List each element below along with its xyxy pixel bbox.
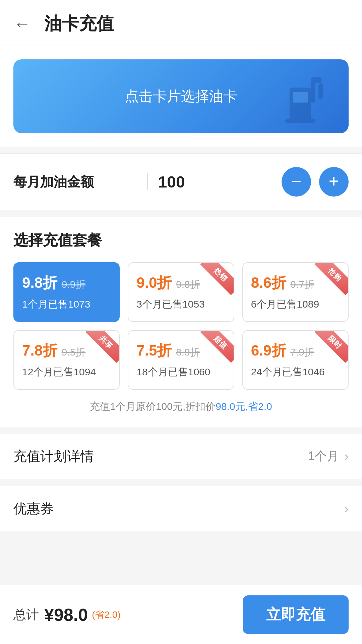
package-old-discount-4: 8.9折 <box>176 346 200 358</box>
minus-icon: − <box>291 172 301 190</box>
amount-controls: − + <box>282 167 349 197</box>
package-tag-label-5: 限时 <box>314 331 348 363</box>
package-tag-label-1: 热销 <box>200 263 234 295</box>
package-old-discount-2: 9.7折 <box>290 279 314 290</box>
package-card-1[interactable]: 热销 9.0折 9.8折 3个月已售1053 <box>128 262 234 322</box>
package-main-discount-3: 7.8折 <box>22 342 57 359</box>
package-sold-info-0: 1个月已售1073 <box>22 298 111 311</box>
package-tag-3: 共享 <box>85 331 119 364</box>
price-note-prefix: 充值1个月原价100元,折扣价 <box>90 401 216 412</box>
package-card-4[interactable]: 超值 7.5折 8.9折 18个月已售1060 <box>128 330 234 390</box>
fuel-pump-icon <box>285 71 328 126</box>
package-sold-info-1: 3个月已售1053 <box>136 298 225 311</box>
coupon-chevron-icon: › <box>344 501 349 516</box>
package-tag-label-4: 超值 <box>200 331 234 363</box>
package-card-3[interactable]: 共享 7.8折 9.5折 12个月已售1094 <box>13 330 120 390</box>
plan-detail-row[interactable]: 充值计划详情 1个月 › <box>0 434 362 479</box>
svg-rect-5 <box>285 119 315 123</box>
package-card-0[interactable]: 9.8折 9.9折 1个月已售1073 <box>13 262 120 322</box>
package-card-2[interactable]: 抢购 8.6折 9.7折 6个月已售1089 <box>242 262 349 322</box>
card-banner-text: 点击卡片选择油卡 <box>125 87 237 106</box>
package-tag-label-2: 抢购 <box>314 263 348 295</box>
amount-value: 100 <box>158 173 282 191</box>
package-main-discount-1: 9.0折 <box>136 274 172 291</box>
package-main-discount-0: 9.8折 <box>22 274 57 291</box>
plan-detail-value: 1个月 <box>308 448 339 465</box>
package-sold-info-5: 24个月已售1046 <box>251 365 340 379</box>
increase-button[interactable]: + <box>319 167 349 197</box>
package-discount-row-0: 9.8折 9.9折 <box>22 273 111 293</box>
svg-rect-1 <box>293 92 308 103</box>
amount-row: 每月加油金额 100 − + <box>0 153 362 210</box>
plan-detail-label: 充值计划详情 <box>13 447 308 466</box>
svg-rect-2 <box>311 81 315 103</box>
package-old-discount-5: 7.9折 <box>290 346 314 358</box>
package-tag-1: 热销 <box>200 263 234 297</box>
total-save: (省2.0) <box>92 608 121 621</box>
price-note: 充值1个月原价100元,折扣价98.0元,省2.0 <box>13 400 349 414</box>
package-main-discount-2: 8.6折 <box>251 274 286 291</box>
svg-rect-4 <box>318 83 323 99</box>
price-note-highlight: 98.0元,省2.0 <box>216 401 272 412</box>
package-section-title: 选择充值套餐 <box>13 230 349 250</box>
decrease-button[interactable]: − <box>282 167 311 197</box>
package-old-discount-0: 9.9折 <box>62 279 86 290</box>
package-sold-info-3: 12个月已售1094 <box>22 365 111 379</box>
chevron-right-icon: › <box>344 449 349 464</box>
package-section: 选择充值套餐 9.8折 9.9折 1个月已售1073 热销 9.0折 9.8折 … <box>0 217 362 427</box>
total-label: 总计 <box>13 606 39 623</box>
package-tag-2: 抢购 <box>314 263 348 297</box>
back-button[interactable]: ← <box>13 15 31 33</box>
page-title: 油卡充值 <box>44 12 114 36</box>
package-sold-info-2: 6个月已售1089 <box>251 298 340 311</box>
package-tag-label-3: 共享 <box>86 331 119 363</box>
coupon-label: 优惠券 <box>13 499 344 518</box>
card-banner-section: 点击卡片选择油卡 <box>0 46 362 147</box>
package-main-discount-4: 7.5折 <box>136 342 172 359</box>
svg-rect-3 <box>311 77 322 83</box>
package-card-5[interactable]: 限时 6.9折 7.9折 24个月已售1046 <box>242 330 349 390</box>
package-sold-info-4: 18个月已售1060 <box>136 365 225 379</box>
plus-icon: + <box>329 172 339 190</box>
coupon-row[interactable]: 优惠券 › <box>0 486 362 531</box>
package-tag-4: 超值 <box>200 331 234 364</box>
package-old-discount-1: 9.8折 <box>176 279 200 290</box>
header: ← 油卡充值 <box>0 0 362 46</box>
bottom-bar: 总计 ¥98.0 (省2.0) 立即充值 <box>0 585 362 644</box>
amount-label: 每月加油金额 <box>13 173 137 191</box>
amount-divider <box>147 173 148 190</box>
pay-button[interactable]: 立即充值 <box>243 595 349 634</box>
package-old-discount-3: 9.5折 <box>62 346 86 358</box>
package-tag-5: 限时 <box>314 331 348 364</box>
package-grid: 9.8折 9.9折 1个月已售1073 热销 9.0折 9.8折 3个月已售10… <box>13 262 349 390</box>
total-price: ¥98.0 <box>44 605 88 625</box>
card-banner[interactable]: 点击卡片选择油卡 <box>13 59 349 133</box>
package-main-discount-5: 6.9折 <box>251 342 286 359</box>
